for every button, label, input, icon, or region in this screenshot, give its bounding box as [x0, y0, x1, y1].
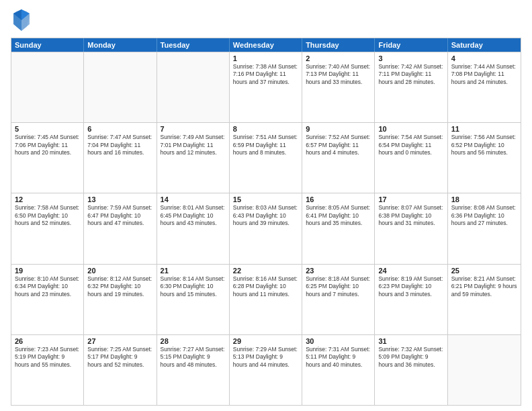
calendar-row-4: 26Sunrise: 7:23 AM Sunset: 5:19 PM Dayli…: [11, 334, 521, 405]
cell-day-number: 22: [233, 267, 298, 275]
cell-day-number: 16: [306, 195, 371, 203]
cell-day-number: 14: [161, 195, 226, 203]
cell-info: Sunrise: 7:32 AM Sunset: 5:09 PM Dayligh…: [378, 346, 443, 369]
day-of-week-tuesday: Tuesday: [157, 38, 230, 52]
cell-info: Sunrise: 8:19 AM Sunset: 6:23 PM Dayligh…: [378, 275, 443, 298]
cell-info: Sunrise: 8:05 AM Sunset: 6:41 PM Dayligh…: [306, 204, 371, 227]
cell-day-number: 25: [451, 267, 517, 275]
calendar-cell-31: 31Sunrise: 7:32 AM Sunset: 5:09 PM Dayli…: [375, 335, 447, 405]
cell-day-number: 26: [15, 337, 80, 345]
calendar-cell-12: 12Sunrise: 7:58 AM Sunset: 6:50 PM Dayli…: [11, 193, 84, 263]
cell-day-number: 5: [15, 125, 80, 133]
day-of-week-friday: Friday: [375, 38, 447, 52]
calendar-cell-17: 17Sunrise: 8:07 AM Sunset: 6:38 PM Dayli…: [375, 193, 447, 263]
cell-info: Sunrise: 7:23 AM Sunset: 5:19 PM Dayligh…: [15, 346, 80, 369]
cell-day-number: 10: [378, 125, 443, 133]
cell-info: Sunrise: 7:51 AM Sunset: 6:59 PM Dayligh…: [233, 134, 298, 156]
calendar-cell-20: 20Sunrise: 8:12 AM Sunset: 6:32 PM Dayli…: [84, 265, 157, 334]
cell-day-number: 11: [451, 125, 517, 133]
calendar-cell-2: 2Sunrise: 7:40 AM Sunset: 7:13 PM Daylig…: [302, 52, 375, 122]
calendar-cell-8: 8Sunrise: 7:51 AM Sunset: 6:59 PM Daylig…: [230, 123, 302, 193]
cell-info: Sunrise: 8:12 AM Sunset: 6:32 PM Dayligh…: [87, 275, 152, 298]
cell-info: Sunrise: 7:42 AM Sunset: 7:11 PM Dayligh…: [378, 63, 443, 86]
cell-day-number: 9: [306, 125, 371, 133]
calendar: SundayMondayTuesdayWednesdayThursdayFrid…: [11, 38, 521, 406]
cell-day-number: 8: [233, 125, 298, 133]
cell-info: Sunrise: 7:38 AM Sunset: 7:16 PM Dayligh…: [233, 63, 298, 86]
cell-day-number: 6: [87, 125, 152, 133]
cell-day-number: 31: [378, 337, 443, 345]
cell-info: Sunrise: 8:14 AM Sunset: 6:30 PM Dayligh…: [161, 275, 226, 298]
calendar-cell-24: 24Sunrise: 8:19 AM Sunset: 6:23 PM Dayli…: [375, 265, 447, 334]
logo: [11, 8, 35, 32]
logo-icon: [11, 8, 32, 32]
cell-info: Sunrise: 8:03 AM Sunset: 6:43 PM Dayligh…: [233, 204, 298, 227]
calendar-cell-5: 5Sunrise: 7:45 AM Sunset: 7:06 PM Daylig…: [11, 123, 84, 193]
cell-info: Sunrise: 7:40 AM Sunset: 7:13 PM Dayligh…: [306, 63, 371, 86]
cell-day-number: 30: [306, 337, 371, 345]
cell-day-number: 3: [378, 54, 443, 62]
cell-day-number: 18: [451, 195, 517, 203]
calendar-cell-11: 11Sunrise: 7:56 AM Sunset: 6:52 PM Dayli…: [448, 123, 521, 193]
calendar-cell-6: 6Sunrise: 7:47 AM Sunset: 7:04 PM Daylig…: [84, 123, 157, 193]
cell-info: Sunrise: 7:54 AM Sunset: 6:54 PM Dayligh…: [378, 134, 443, 156]
header: [11, 8, 521, 32]
cell-info: Sunrise: 8:21 AM Sunset: 6:21 PM Dayligh…: [451, 275, 517, 298]
cell-info: Sunrise: 8:16 AM Sunset: 6:28 PM Dayligh…: [233, 275, 298, 298]
calendar-cell-27: 27Sunrise: 7:25 AM Sunset: 5:17 PM Dayli…: [84, 335, 157, 405]
cell-info: Sunrise: 7:49 AM Sunset: 7:01 PM Dayligh…: [161, 134, 226, 156]
calendar-cell-empty: [448, 335, 521, 405]
cell-day-number: 4: [451, 54, 517, 62]
calendar-cell-18: 18Sunrise: 8:08 AM Sunset: 6:36 PM Dayli…: [448, 193, 521, 263]
calendar-cell-19: 19Sunrise: 8:10 AM Sunset: 6:34 PM Dayli…: [11, 265, 84, 334]
calendar-cell-13: 13Sunrise: 7:59 AM Sunset: 6:47 PM Dayli…: [84, 193, 157, 263]
calendar-cell-23: 23Sunrise: 8:18 AM Sunset: 6:25 PM Dayli…: [302, 265, 375, 334]
cell-day-number: 24: [378, 267, 443, 275]
calendar-cell-1: 1Sunrise: 7:38 AM Sunset: 7:16 PM Daylig…: [230, 52, 302, 122]
cell-day-number: 21: [161, 267, 226, 275]
cell-day-number: 7: [161, 125, 226, 133]
cell-info: Sunrise: 8:18 AM Sunset: 6:25 PM Dayligh…: [306, 275, 371, 298]
cell-day-number: 23: [306, 267, 371, 275]
cell-day-number: 28: [161, 337, 226, 345]
cell-info: Sunrise: 7:47 AM Sunset: 7:04 PM Dayligh…: [87, 134, 152, 156]
calendar-body: 1Sunrise: 7:38 AM Sunset: 7:16 PM Daylig…: [11, 52, 521, 405]
cell-info: Sunrise: 8:10 AM Sunset: 6:34 PM Dayligh…: [15, 275, 80, 298]
calendar-cell-15: 15Sunrise: 8:03 AM Sunset: 6:43 PM Dayli…: [230, 193, 302, 263]
cell-info: Sunrise: 7:59 AM Sunset: 6:47 PM Dayligh…: [87, 204, 152, 227]
cell-day-number: 19: [15, 267, 80, 275]
day-of-week-sunday: Sunday: [11, 38, 84, 52]
cell-info: Sunrise: 8:01 AM Sunset: 6:45 PM Dayligh…: [161, 204, 226, 227]
day-of-week-monday: Monday: [84, 38, 157, 52]
calendar-cell-4: 4Sunrise: 7:44 AM Sunset: 7:08 PM Daylig…: [448, 52, 521, 122]
day-of-week-saturday: Saturday: [448, 38, 521, 52]
calendar-cell-16: 16Sunrise: 8:05 AM Sunset: 6:41 PM Dayli…: [302, 193, 375, 263]
cell-day-number: 29: [233, 337, 298, 345]
calendar-cell-30: 30Sunrise: 7:31 AM Sunset: 5:11 PM Dayli…: [302, 335, 375, 405]
cell-info: Sunrise: 7:58 AM Sunset: 6:50 PM Dayligh…: [15, 204, 80, 227]
cell-day-number: 2: [306, 54, 371, 62]
calendar-cell-10: 10Sunrise: 7:54 AM Sunset: 6:54 PM Dayli…: [375, 123, 447, 193]
cell-info: Sunrise: 7:44 AM Sunset: 7:08 PM Dayligh…: [451, 63, 517, 86]
calendar-row-3: 19Sunrise: 8:10 AM Sunset: 6:34 PM Dayli…: [11, 264, 521, 334]
cell-day-number: 1: [233, 54, 298, 62]
cell-info: Sunrise: 7:31 AM Sunset: 5:11 PM Dayligh…: [306, 346, 371, 369]
calendar-cell-7: 7Sunrise: 7:49 AM Sunset: 7:01 PM Daylig…: [157, 123, 230, 193]
calendar-cell-29: 29Sunrise: 7:29 AM Sunset: 5:13 PM Dayli…: [230, 335, 302, 405]
cell-day-number: 15: [233, 195, 298, 203]
cell-info: Sunrise: 8:08 AM Sunset: 6:36 PM Dayligh…: [451, 204, 517, 227]
calendar-cell-empty: [157, 52, 230, 122]
calendar-cell-3: 3Sunrise: 7:42 AM Sunset: 7:11 PM Daylig…: [375, 52, 447, 122]
calendar-cell-25: 25Sunrise: 8:21 AM Sunset: 6:21 PM Dayli…: [448, 265, 521, 334]
calendar-cell-empty: [84, 52, 157, 122]
cell-day-number: 12: [15, 195, 80, 203]
cell-info: Sunrise: 7:29 AM Sunset: 5:13 PM Dayligh…: [233, 346, 298, 369]
calendar-cell-28: 28Sunrise: 7:27 AM Sunset: 5:15 PM Dayli…: [157, 335, 230, 405]
day-of-week-wednesday: Wednesday: [230, 38, 302, 52]
calendar-cell-26: 26Sunrise: 7:23 AM Sunset: 5:19 PM Dayli…: [11, 335, 84, 405]
day-of-week-thursday: Thursday: [302, 38, 375, 52]
calendar-row-1: 5Sunrise: 7:45 AM Sunset: 7:06 PM Daylig…: [11, 122, 521, 193]
cell-info: Sunrise: 7:27 AM Sunset: 5:15 PM Dayligh…: [161, 346, 226, 369]
cell-info: Sunrise: 7:45 AM Sunset: 7:06 PM Dayligh…: [15, 134, 80, 156]
calendar-row-0: 1Sunrise: 7:38 AM Sunset: 7:16 PM Daylig…: [11, 52, 521, 122]
